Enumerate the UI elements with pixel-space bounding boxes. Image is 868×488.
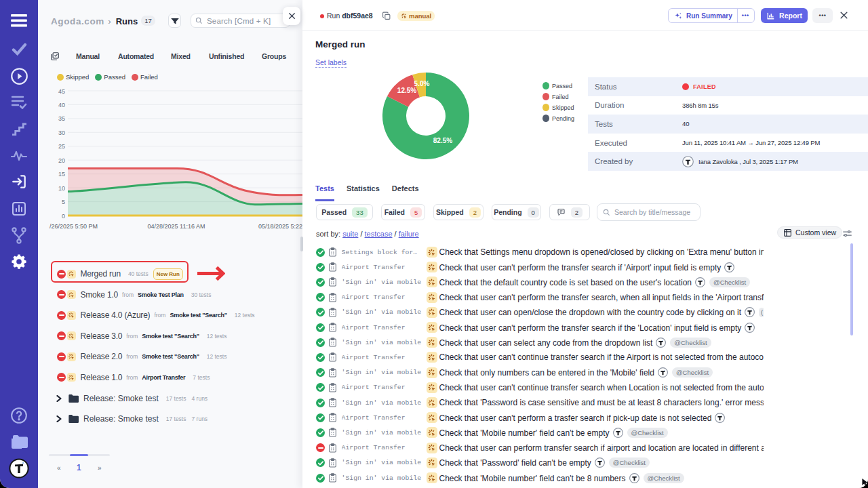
svg-text:45: 45 xyxy=(58,88,65,95)
svg-text:0: 0 xyxy=(62,213,65,220)
svg-text:5: 5 xyxy=(62,199,65,205)
svg-text:10: 10 xyxy=(58,185,65,192)
svg-text:35: 35 xyxy=(58,115,65,122)
svg-text:25: 25 xyxy=(58,143,65,150)
svg-text:5.0%: 5.0% xyxy=(414,80,430,87)
svg-text:15: 15 xyxy=(58,171,65,178)
svg-text:12.5%: 12.5% xyxy=(397,87,416,94)
svg-text:20: 20 xyxy=(58,157,65,164)
svg-text:40: 40 xyxy=(58,102,65,108)
svg-text:05/18/2025 5:22: 05/18/2025 5:22 xyxy=(258,223,302,230)
svg-text:82.5%: 82.5% xyxy=(433,137,452,144)
svg-text:30: 30 xyxy=(58,129,65,136)
svg-text:04/28/2025 11:16 AM: 04/28/2025 11:16 AM xyxy=(148,223,205,230)
svg-text:/26/2025 5:50 PM: /26/2025 5:50 PM xyxy=(50,223,98,230)
